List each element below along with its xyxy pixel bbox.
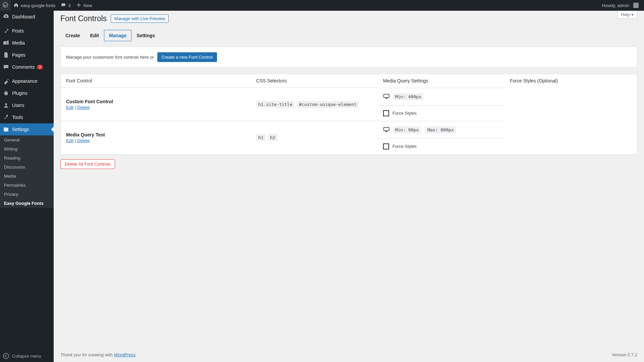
selector-tag: h1.site-title: [256, 101, 294, 108]
menu-comments[interactable]: Comments 3: [0, 61, 54, 73]
menu-label: Dashboard: [12, 14, 35, 19]
comment-icon: [61, 2, 66, 9]
dashboard-icon: [3, 13, 9, 20]
settings-submenu: General Writing Reading Discussion Media…: [0, 135, 54, 208]
menu-appearance[interactable]: Appearance: [0, 75, 54, 87]
footer-thanks: Thank you for creating with WordPress.: [60, 352, 137, 357]
menu-label: Media: [12, 40, 25, 46]
menu-label: Posts: [12, 28, 24, 34]
site-name-label: easy-google-fonts: [21, 3, 55, 8]
force-styles-checkbox[interactable]: [383, 110, 389, 116]
row-actions: Edit | Delete: [66, 105, 246, 110]
menu-label: Plugins: [12, 90, 28, 96]
row-actions: Edit | Delete: [66, 138, 246, 143]
wordpress-logo-icon: [3, 2, 8, 9]
svg-rect-10: [384, 127, 389, 131]
footer-version: Version 5.7.2: [612, 352, 637, 357]
svg-point-1: [5, 103, 7, 105]
row-title: Media Query Test: [66, 132, 246, 137]
help-button[interactable]: Help ▾: [617, 10, 637, 19]
notice-text: Manage your customizer font controls her…: [66, 55, 154, 60]
menu-dashboard[interactable]: Dashboard: [0, 11, 54, 23]
col-media-query: Media Query Settings: [378, 74, 504, 88]
force-styles-label: Force Styles: [392, 144, 417, 149]
manage-notice: Manage your customizer font controls her…: [60, 47, 637, 68]
menu-media[interactable]: Media: [0, 37, 54, 49]
appearance-icon: [3, 78, 9, 84]
live-preview-button[interactable]: Manage with Live Preview: [111, 14, 169, 23]
media-query-tag: Min: 400px: [393, 93, 423, 100]
svg-rect-3: [4, 129, 8, 130]
menu-label: Pages: [12, 52, 25, 58]
comments-menu[interactable]: 3: [58, 0, 73, 11]
submenu-discussion[interactable]: Discussion: [0, 163, 54, 172]
collapse-label: Collapse menu: [12, 354, 41, 359]
media-icon: [3, 40, 9, 46]
submenu-media[interactable]: Media: [0, 172, 54, 181]
svg-rect-6: [7, 129, 7, 130]
wordpress-link[interactable]: WordPress: [114, 352, 136, 357]
menu-posts[interactable]: Posts: [0, 25, 54, 37]
submenu-easy-google-fonts[interactable]: Easy Google Fonts: [0, 199, 54, 208]
page-title: Font Controls: [60, 14, 107, 23]
collapse-menu[interactable]: Collapse menu: [0, 350, 54, 362]
create-font-control-button[interactable]: Create a new Font Control: [157, 52, 217, 62]
edit-link[interactable]: Edit: [66, 138, 73, 143]
settings-icon: [3, 126, 9, 133]
submenu-privacy[interactable]: Privacy: [0, 190, 54, 199]
desktop-icon: [383, 126, 390, 134]
menu-tools[interactable]: Tools: [0, 111, 54, 123]
svg-rect-9: [384, 94, 389, 98]
svg-rect-7: [5, 130, 6, 132]
pin-icon: [3, 27, 9, 34]
col-font-control: Font Control: [61, 74, 251, 88]
pages-icon: [3, 52, 9, 58]
plus-icon: [76, 2, 82, 9]
users-icon: [3, 102, 9, 109]
menu-settings[interactable]: Settings: [0, 123, 54, 135]
site-name-menu[interactable]: easy-google-fonts: [11, 0, 58, 11]
force-styles-checkbox[interactable]: [383, 143, 389, 149]
media-query-tag: Max: 800px: [425, 126, 455, 133]
menu-label: Users: [12, 103, 24, 108]
chevron-down-icon: ▾: [631, 12, 634, 17]
submenu-general[interactable]: General: [0, 135, 54, 144]
menu-label: Settings: [12, 127, 29, 132]
admin-footer: Thank you for creating with WordPress. V…: [60, 348, 637, 362]
help-label: Help: [621, 12, 630, 17]
tab-settings[interactable]: Settings: [131, 30, 160, 41]
menu-pages[interactable]: Pages: [0, 49, 54, 61]
tools-icon: [3, 114, 9, 121]
admin-bar: easy-google-fonts 3 New Howdy, admin: [0, 0, 644, 11]
edit-link[interactable]: Edit: [66, 105, 73, 110]
submenu-writing[interactable]: Writing: [0, 144, 54, 154]
tab-manage[interactable]: Manage: [104, 30, 131, 41]
menu-label: Tools: [12, 115, 23, 120]
tab-edit[interactable]: Edit: [85, 30, 104, 41]
menu-label: Comments: [12, 64, 35, 70]
new-content-menu[interactable]: New: [73, 0, 95, 11]
main-content: Help ▾ Font Controls Manage with Live Pr…: [54, 11, 644, 362]
force-styles-label: Force Styles: [392, 111, 417, 116]
admin-bar-right: Howdy, admin: [599, 0, 641, 11]
desktop-icon: [383, 93, 390, 101]
submenu-reading[interactable]: Reading: [0, 154, 54, 163]
menu-users[interactable]: Users: [0, 99, 54, 111]
wp-logo-menu[interactable]: [0, 0, 11, 11]
menu-plugins[interactable]: Plugins: [0, 87, 54, 99]
selector-tag: #custom-unique-element: [297, 101, 359, 108]
admin-sidebar: Dashboard Posts Media Pages Comments 3 A…: [0, 11, 54, 362]
delete-link[interactable]: Delete: [77, 105, 90, 110]
delete-all-button[interactable]: Delete All Font Controls: [60, 159, 115, 169]
delete-link[interactable]: Delete: [77, 138, 90, 143]
tab-create[interactable]: Create: [60, 30, 85, 41]
admin-bar-left: easy-google-fonts 3 New: [0, 0, 95, 11]
svg-point-8: [3, 353, 9, 359]
home-icon: [13, 2, 19, 9]
col-force-styles: Force Styles (Optional): [504, 74, 637, 88]
submenu-permalinks[interactable]: Permalinks: [0, 181, 54, 190]
my-account-menu[interactable]: Howdy, admin: [599, 0, 641, 11]
selector-tag: h1: [256, 134, 266, 141]
collapse-icon: [3, 353, 9, 359]
menu-label: Appearance: [12, 78, 38, 84]
